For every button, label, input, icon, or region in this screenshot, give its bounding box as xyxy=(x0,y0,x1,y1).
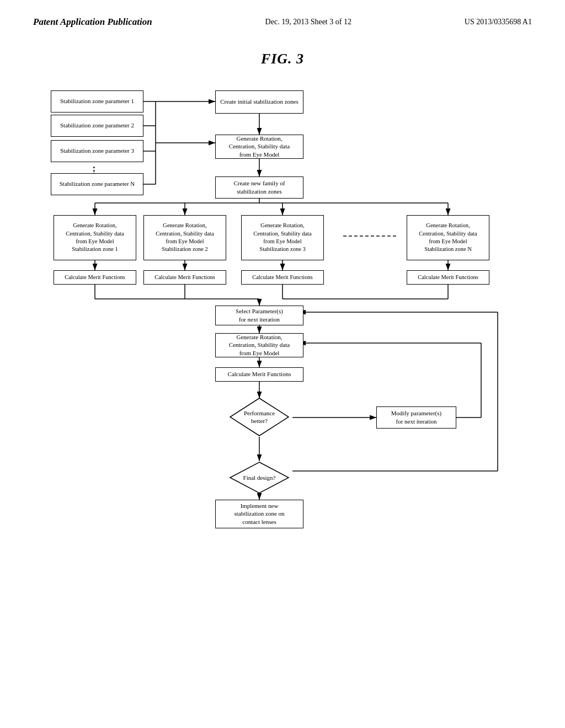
publication-title: Patent Application Publication xyxy=(33,15,152,29)
param3-box: Stabilization zone parameter 3 xyxy=(51,140,143,162)
calc-merit2-box: Calculate Merit Functions xyxy=(143,270,226,285)
calc-merit3-box: Calculate Merit Functions xyxy=(241,270,324,285)
param2-box: Stabilization zone parameter 2 xyxy=(51,115,143,137)
gen-zoneN-box: Generate Rotation, Centration, Stability… xyxy=(407,215,489,260)
final-design-diamond: Final design? xyxy=(229,461,290,494)
gen-zone3-box: Generate Rotation, Centration, Stability… xyxy=(241,215,324,260)
create-initial-box: Create initial stabilization zones xyxy=(215,90,303,114)
param1-box: Stabilization zone parameter 1 xyxy=(51,90,143,113)
calc-merit1-box: Calculate Merit Functions xyxy=(54,270,136,285)
select-params-box: Select Parameter(s) for next iteration xyxy=(215,306,303,325)
flowchart-diagram: Stabilization zone parameter 1 Stabiliza… xyxy=(45,78,520,707)
gen-zone2-box: Generate Rotation, Centration, Stability… xyxy=(143,215,226,260)
performance-diamond: Performance better? xyxy=(229,397,290,437)
gen-rot-iter-box: Generate Rotation, Centration, Stability… xyxy=(215,333,303,357)
arrows-svg xyxy=(45,78,520,707)
modify-params-box: Modify parameter(s) for next iteration xyxy=(376,406,456,429)
calc-merit-iter-box: Calculate Merit Functions xyxy=(215,367,303,382)
header-date-sheet: Dec. 19, 2013 Sheet 3 of 12 xyxy=(265,15,351,26)
calc-meritN-box: Calculate Merit Functions xyxy=(407,270,489,285)
figure-title: FIG. 3 xyxy=(0,51,565,67)
header-patent-number: US 2013/0335698 A1 xyxy=(465,15,532,26)
gen-rot-eye-box: Generate Rotation, Centration, Stability… xyxy=(215,135,303,159)
paramN-box: Stabilization zone parameter N xyxy=(51,173,143,195)
create-new-family-box: Create new family of stabilization zones xyxy=(215,176,303,199)
page-header: Patent Application Publication Dec. 19, … xyxy=(0,0,565,34)
gen-zone1-box: Generate Rotation, Centration, Stability… xyxy=(54,215,136,260)
implement-box: Implement new stabilization zone on cont… xyxy=(215,500,303,528)
